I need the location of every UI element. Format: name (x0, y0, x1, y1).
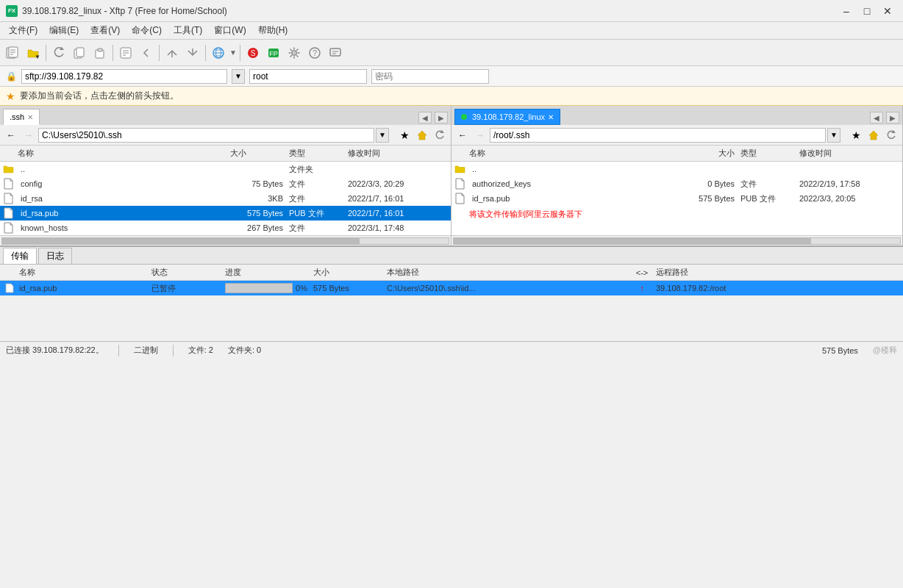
refresh-button[interactable] (49, 43, 68, 62)
url-dropdown-button[interactable]: ▼ (232, 69, 245, 84)
left-file-row-1[interactable]: config 75 Bytes 文件 2022/3/3, 20:29 (0, 176, 451, 191)
green-icon-button[interactable]: FP (264, 43, 283, 62)
help-button[interactable]: ? (305, 43, 324, 62)
copy-button[interactable] (70, 43, 89, 62)
right-header-name[interactable]: 名称 (466, 148, 679, 159)
svg-text:S: S (251, 49, 256, 57)
left-header-date[interactable]: 修改时间 (345, 148, 448, 159)
right-file-icon-2 (454, 193, 466, 204)
right-tab-prev-button[interactable]: ◀ (870, 112, 883, 123)
right-header-date[interactable]: 修改时间 (796, 148, 899, 159)
left-header-type[interactable]: 类型 (286, 148, 345, 159)
url-input[interactable] (21, 69, 227, 84)
transfer-row-status: 已暂停 (149, 283, 222, 294)
menu-file[interactable]: 文件(F) (3, 23, 43, 38)
right-home-button[interactable] (865, 127, 882, 143)
right-header-size[interactable]: 大小 (679, 148, 738, 159)
minimize-button[interactable]: – (837, 4, 856, 18)
menu-window[interactable]: 窗口(W) (208, 23, 251, 38)
close-button[interactable]: ✕ (878, 4, 897, 18)
left-file-row-3[interactable]: id_rsa.pub 575 Bytes PUB 文件 2022/1/7, 16… (0, 206, 451, 220)
progress-text: 0% (296, 284, 307, 293)
file-icon-3 (3, 207, 15, 219)
right-tab-next-button[interactable]: ▶ (886, 112, 899, 123)
status-size: 575 Bytes (822, 346, 858, 355)
menu-view[interactable]: 查看(V) (85, 23, 126, 38)
left-tab-prev-button[interactable]: ◀ (418, 112, 432, 123)
menu-bar: 文件(F) 编辑(E) 查看(V) 命令(C) 工具(T) 窗口(W) 帮助(H… (0, 22, 903, 40)
chat-button[interactable] (326, 43, 345, 62)
right-file-name-1: authorized_keys (469, 179, 679, 188)
left-file-row-2[interactable]: id_rsa 3KB 文件 2022/1/7, 16:01 (0, 191, 451, 206)
right-path-input[interactable] (490, 128, 826, 143)
upload-button[interactable] (183, 43, 202, 62)
left-tab-ssh[interactable]: .ssh ✕ (3, 109, 40, 125)
right-tab-close-icon[interactable]: ✕ (548, 113, 554, 121)
right-header-type[interactable]: 类型 (738, 148, 796, 159)
right-file-row-1[interactable]: authorized_keys 0 Bytes 文件 2022/2/19, 17… (452, 176, 902, 191)
transfer-tab-log[interactable]: 日志 (38, 248, 72, 264)
toolbar-separator-2 (113, 45, 113, 61)
left-file-row-0[interactable]: .. 文件夹 (0, 162, 451, 176)
connection-indicator (461, 114, 467, 120)
red-circle-button[interactable]: S (243, 43, 263, 62)
toolbar-separator-3 (159, 45, 160, 61)
left-tab-nav: ◀ ▶ (418, 112, 448, 125)
menu-tools[interactable]: 工具(T) (168, 23, 208, 38)
left-tab-close-icon[interactable]: ✕ (27, 113, 33, 121)
left-forward-button[interactable]: → (21, 127, 37, 143)
right-file-row-0[interactable]: .. (452, 162, 902, 176)
transfer-row-0[interactable]: id_rsa.pub 已暂停 0% 575 Bytes C:\Users\250… (0, 281, 903, 295)
notification-icon: ★ (6, 90, 15, 102)
settings-button[interactable] (285, 43, 304, 62)
window-controls: – □ ✕ (837, 4, 897, 18)
transfer-header-status: 状态 (149, 267, 222, 278)
transfer-file-icon (3, 283, 16, 293)
app-icon: FX (6, 5, 18, 17)
left-path-dropdown-button[interactable]: ▼ (376, 128, 389, 143)
transfer-tab-transfer[interactable]: 传输 (3, 248, 37, 264)
maximize-button[interactable]: □ (857, 4, 877, 18)
paste-button[interactable] (90, 43, 110, 62)
menu-command[interactable]: 命令(C) (126, 23, 168, 38)
svg-rect-7 (76, 48, 84, 57)
status-watermark: @楼释 (873, 345, 897, 356)
left-back-button[interactable]: ← (3, 127, 19, 143)
back-button[interactable] (137, 43, 156, 62)
right-tab-label: 39.108.179.82_linux (472, 112, 545, 121)
left-tab-label: .ssh (10, 112, 24, 121)
right-hscrollbar[interactable] (452, 235, 902, 245)
menu-edit[interactable]: 编辑(E) (43, 23, 85, 38)
right-file-size-2: 575 Bytes (679, 194, 738, 203)
password-input[interactable] (371, 69, 489, 84)
properties-button[interactable] (116, 43, 135, 62)
new-session-button[interactable] (3, 43, 22, 62)
left-file-name-2: id_rsa (18, 194, 227, 203)
left-file-panel: .ssh ✕ ◀ ▶ ← → ▼ ★ (0, 106, 452, 245)
svg-rect-29 (330, 49, 340, 56)
transfer-button[interactable] (163, 43, 182, 62)
username-input[interactable] (249, 69, 367, 84)
right-refresh-button[interactable] (883, 127, 899, 143)
right-back-button[interactable]: ← (454, 127, 471, 143)
left-file-row-4[interactable]: known_hosts 267 Bytes 文件 2022/3/1, 17:48 (0, 220, 451, 235)
transfer-panel: 传输 日志 名称 状态 进度 大小 本地路径 <-> 远程路径 id_rsa.p… (0, 245, 903, 341)
left-path-input[interactable] (38, 128, 374, 143)
right-tab-linux[interactable]: 39.108.179.82_linux ✕ (454, 109, 560, 125)
right-bookmark-button[interactable]: ★ (848, 127, 864, 143)
left-header-name[interactable]: 名称 (15, 148, 227, 159)
right-forward-button[interactable]: → (472, 127, 488, 143)
left-home-button[interactable] (414, 127, 430, 143)
right-path-dropdown-button[interactable]: ▼ (827, 128, 840, 143)
left-header-size[interactable]: 大小 (227, 148, 286, 159)
left-bookmark-button[interactable]: ★ (396, 127, 413, 143)
internet-button[interactable] (209, 43, 228, 62)
right-file-row-2[interactable]: id_rsa.pub 575 Bytes PUB 文件 2022/3/3, 20… (452, 191, 902, 206)
left-file-date-1: 2022/3/3, 20:29 (345, 179, 448, 188)
open-folder-button[interactable]: ▼ (24, 43, 43, 62)
right-file-date-1: 2022/2/19, 17:58 (796, 179, 899, 188)
menu-help[interactable]: 帮助(H) (252, 23, 294, 38)
left-tab-next-button[interactable]: ▶ (435, 112, 448, 123)
left-hscrollbar[interactable] (0, 235, 451, 245)
left-refresh-button[interactable] (432, 127, 448, 143)
